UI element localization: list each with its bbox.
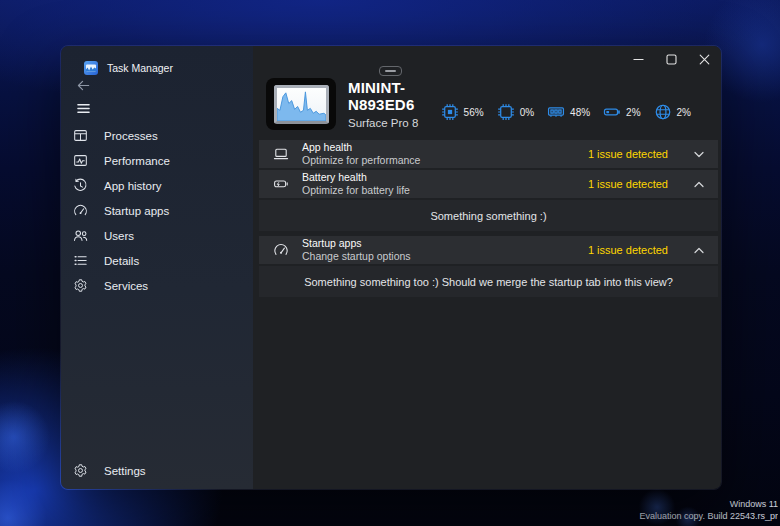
row-title: Startup apps xyxy=(302,237,411,250)
task-manager-window: Task Manager xyxy=(60,45,722,490)
row-title: Battery health xyxy=(302,171,410,184)
drag-handle-bar xyxy=(385,70,396,72)
row-subtitle: Optimize for performance xyxy=(302,154,420,167)
sidebar-item-label: Details xyxy=(104,255,139,267)
stat-gpu: 0% xyxy=(497,103,534,121)
sidebar-item-processes[interactable]: Processes xyxy=(61,123,253,148)
health-row-startup-apps[interactable]: Startup apps Change startup options 1 is… xyxy=(259,236,718,264)
users-icon xyxy=(73,228,88,243)
details-icon xyxy=(73,253,88,268)
services-icon xyxy=(73,278,88,293)
close-icon xyxy=(699,54,710,65)
laptop-icon xyxy=(273,146,289,162)
device-name: MININT-N893ED6 xyxy=(348,79,441,113)
device-model: Surface Pro 8 xyxy=(348,117,441,129)
sidebar-item-details[interactable]: Details xyxy=(61,248,253,273)
stat-value: 56% xyxy=(464,107,484,118)
device-thumbnail-screen xyxy=(274,85,329,124)
sidebar-item-app-history[interactable]: App history xyxy=(61,173,253,198)
device-header: MININT-N893ED6 Surface Pro 8 56% xyxy=(266,78,721,130)
battery-health-icon xyxy=(273,176,289,192)
sidebar-item-label: App history xyxy=(104,180,162,192)
stat-value: 2% xyxy=(677,107,691,118)
globe-icon xyxy=(654,103,672,121)
settings-gear-icon xyxy=(73,463,88,478)
issue-badge: 1 issue detected xyxy=(588,148,668,160)
minimize-icon xyxy=(633,54,644,65)
caption-buttons xyxy=(622,46,721,72)
sidebar-item-startup-apps[interactable]: Startup apps xyxy=(61,198,253,223)
back-button[interactable] xyxy=(71,75,95,95)
drag-handle[interactable] xyxy=(379,66,402,76)
row-text: App health Optimize for performance xyxy=(302,141,420,166)
sidebar-nav: Processes Performance xyxy=(61,123,253,298)
startup-apps-detail: Something something too :) Should we mer… xyxy=(259,266,718,297)
issue-badge: 1 issue detected xyxy=(588,178,668,190)
windows-watermark: Windows 11 Evaluation copy. Build 22543.… xyxy=(640,498,778,523)
window-title-area: Task Manager xyxy=(61,46,253,75)
health-row-battery-health[interactable]: Battery health Optimize for battery life… xyxy=(259,170,718,198)
app-history-icon xyxy=(73,178,88,193)
stat-cpu: 56% xyxy=(441,103,484,121)
stat-value: 48% xyxy=(570,107,590,118)
startup-gauge-icon xyxy=(273,242,289,258)
gpu-icon xyxy=(497,103,515,121)
window-title: Task Manager xyxy=(107,62,173,74)
sidebar-item-label: Performance xyxy=(104,155,170,167)
watermark-line2: Evaluation copy. Build 22543.rs_pr xyxy=(640,510,778,523)
row-text: Battery health Optimize for battery life xyxy=(302,171,410,196)
close-button[interactable] xyxy=(688,46,721,72)
stat-network: 2% xyxy=(654,103,691,121)
memory-icon xyxy=(547,103,565,121)
navigation-menu-button[interactable] xyxy=(71,98,95,118)
sidebar-item-label: Processes xyxy=(104,130,158,142)
sidebar-item-label: Users xyxy=(104,230,134,242)
sidebar-item-label: Startup apps xyxy=(104,205,169,217)
stat-value: 2% xyxy=(626,107,640,118)
row-text: Startup apps Change startup options xyxy=(302,237,411,262)
cpu-icon xyxy=(441,103,459,121)
hamburger-icon xyxy=(76,101,91,116)
battery-health-detail: Something something :) xyxy=(259,200,718,231)
desktop: Windows 11 Evaluation copy. Build 22543.… xyxy=(0,0,780,526)
chevron-up-icon[interactable] xyxy=(694,181,704,188)
sidebar-item-label: Settings xyxy=(104,465,146,477)
device-info: MININT-N893ED6 Surface Pro 8 xyxy=(348,79,441,129)
row-title: App health xyxy=(302,141,420,154)
sidebar-item-services[interactable]: Services xyxy=(61,273,253,298)
sidebar-item-label: Services xyxy=(104,280,148,292)
usage-stats: 56% 0% xyxy=(441,103,721,121)
main-panel: MININT-N893ED6 Surface Pro 8 56% xyxy=(253,46,721,489)
stat-value: 0% xyxy=(520,107,534,118)
sidebar: Task Manager xyxy=(61,46,253,489)
task-manager-app-icon xyxy=(84,61,98,75)
sidebar-item-users[interactable]: Users xyxy=(61,223,253,248)
cpu-graph-icon xyxy=(277,88,326,121)
chevron-down-icon[interactable] xyxy=(694,151,704,158)
processes-icon xyxy=(73,128,88,143)
row-subtitle: Change startup options xyxy=(302,250,411,263)
battery-icon xyxy=(603,103,621,121)
maximize-button[interactable] xyxy=(655,46,688,72)
chevron-up-icon[interactable] xyxy=(694,247,704,254)
minimize-button[interactable] xyxy=(622,46,655,72)
sidebar-item-performance[interactable]: Performance xyxy=(61,148,253,173)
stat-memory: 48% xyxy=(547,103,590,121)
performance-icon xyxy=(73,153,88,168)
watermark-line1: Windows 11 xyxy=(640,498,778,511)
startup-apps-icon xyxy=(73,203,88,218)
maximize-icon xyxy=(666,54,677,65)
back-arrow-icon xyxy=(76,78,91,93)
sidebar-item-settings[interactable]: Settings xyxy=(61,458,253,483)
health-rows: App health Optimize for performance 1 is… xyxy=(259,140,718,302)
device-thumbnail xyxy=(266,78,336,130)
issue-badge: 1 issue detected xyxy=(588,244,668,256)
row-subtitle: Optimize for battery life xyxy=(302,184,410,197)
health-row-app-health[interactable]: App health Optimize for performance 1 is… xyxy=(259,140,718,168)
stat-battery: 2% xyxy=(603,103,640,121)
